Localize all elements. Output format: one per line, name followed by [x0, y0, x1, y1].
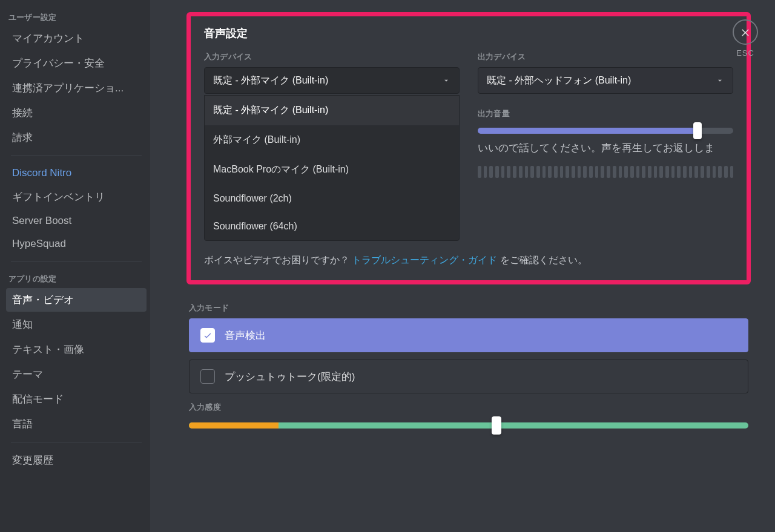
- sidebar-item-language[interactable]: 言語: [6, 412, 147, 436]
- close-button[interactable]: ESC: [733, 19, 758, 57]
- sidebar-item-connections[interactable]: 接続: [6, 101, 147, 125]
- mic-check-hint: いいので話してください。声を再生してお返ししま: [478, 140, 733, 156]
- input-option[interactable]: MacBook Proのマイク (Built-in): [205, 155, 459, 185]
- input-option[interactable]: 外部マイク (Built-in): [205, 125, 459, 155]
- main-content: 音声設定 入力デバイス 既定 - 外部マイク (Built-in) 既定 - 外…: [150, 0, 775, 532]
- input-option[interactable]: Soundflower (2ch): [205, 185, 459, 212]
- settings-sidebar: ユーザー設定 マイアカウント プライバシー・安全 連携済アプリケーショ... 接…: [0, 0, 150, 532]
- voice-settings-title: 音声設定: [204, 26, 733, 41]
- help-line: ボイスやビデオでお困りですか？ トラブルシューティング・ガイド をご確認ください…: [204, 254, 733, 267]
- sidebar-separator: [11, 261, 142, 261]
- output-device-value: 既定 - 外部ヘッドフォン (Built-in): [487, 74, 631, 87]
- input-sensitivity-slider[interactable]: [189, 422, 748, 429]
- mode-voice-activity[interactable]: 音声検出: [189, 318, 748, 352]
- sidebar-item-integrations[interactable]: 連携済アプリケーショ...: [6, 76, 147, 100]
- sidebar-section-user: ユーザー設定: [6, 6, 147, 27]
- sidebar-item-theme[interactable]: テーマ: [6, 363, 147, 386]
- input-device-select[interactable]: 既定 - 外部マイク (Built-in): [204, 67, 460, 94]
- output-device-select[interactable]: 既定 - 外部ヘッドフォン (Built-in): [478, 67, 733, 94]
- sidebar-item-boost[interactable]: Server Boost: [6, 210, 147, 232]
- input-option[interactable]: 既定 - 外部マイク (Built-in): [205, 96, 459, 125]
- sidebar-item-text-images[interactable]: テキスト・画像: [6, 338, 147, 361]
- sidebar-separator: [11, 442, 142, 442]
- mode-push-to-talk[interactable]: プッシュトゥトーク(限定的): [189, 360, 748, 393]
- input-device-value: 既定 - 外部マイク (Built-in): [213, 74, 328, 87]
- sidebar-item-nitro[interactable]: Discord Nitro: [6, 162, 147, 184]
- sidebar-separator: [11, 156, 142, 156]
- output-device-label: 出力デバイス: [478, 51, 733, 62]
- sidebar-section-app: アプリの設定: [6, 268, 147, 288]
- input-mode-label: 入力モード: [189, 303, 748, 314]
- input-device-dropdown: 既定 - 外部マイク (Built-in) 外部マイク (Built-in) M…: [204, 95, 460, 241]
- voice-settings-highlight: 音声設定 入力デバイス 既定 - 外部マイク (Built-in) 既定 - 外…: [186, 12, 751, 284]
- sidebar-item-privacy[interactable]: プライバシー・安全: [6, 51, 147, 75]
- sidebar-item-account[interactable]: マイアカウント: [6, 27, 147, 50]
- vu-meter: [478, 166, 733, 178]
- sidebar-item-billing[interactable]: 請求: [6, 126, 147, 149]
- checkbox-empty-icon: [200, 369, 215, 384]
- sidebar-item-streamer[interactable]: 配信モード: [6, 387, 147, 411]
- sidebar-item-changelog[interactable]: 変更履歴: [6, 448, 147, 472]
- sidebar-item-hypesquad[interactable]: HypeSquad: [6, 233, 147, 255]
- checkbox-checked-icon: [200, 328, 215, 343]
- mode-label: プッシュトゥトーク(限定的): [225, 370, 355, 384]
- input-sensitivity-label: 入力感度: [189, 402, 748, 413]
- esc-label: ESC: [736, 48, 754, 57]
- close-icon: [733, 19, 758, 45]
- chevron-down-icon: [716, 76, 724, 85]
- troubleshooting-link[interactable]: トラブルシューティング・ガイド: [352, 255, 497, 265]
- sidebar-item-gifts[interactable]: ギフトインベントリ: [6, 185, 147, 209]
- sidebar-item-voice-video[interactable]: 音声・ビデオ: [6, 288, 147, 312]
- sidebar-item-notifications[interactable]: 通知: [6, 313, 147, 337]
- mode-label: 音声検出: [225, 329, 266, 343]
- input-option[interactable]: Soundflower (64ch): [205, 212, 459, 240]
- output-volume-label: 出力音量: [478, 108, 733, 119]
- input-device-label: 入力デバイス: [204, 51, 460, 62]
- chevron-down-icon: [442, 76, 450, 85]
- output-volume-slider[interactable]: [478, 128, 733, 134]
